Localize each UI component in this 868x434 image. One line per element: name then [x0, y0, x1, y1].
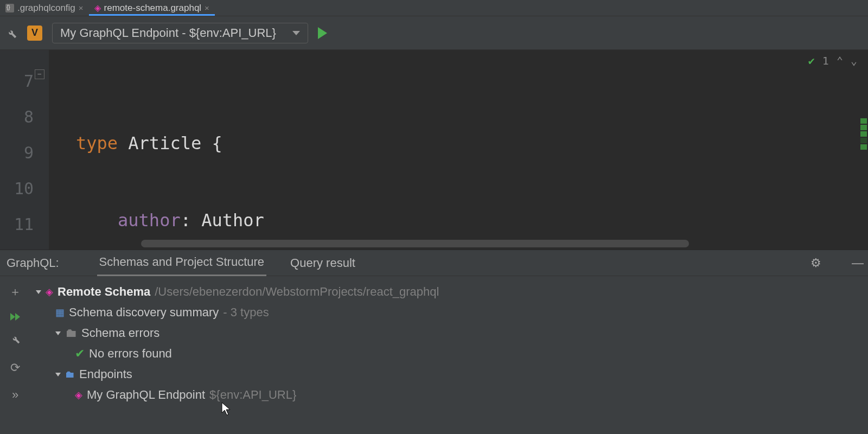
graphql-toolbar: V My GraphQL Endpoint - ${env:API_URL} [0, 16, 868, 50]
editor-tabbar: .graphqlconfig × ◈ remote-schema.graphql… [0, 0, 868, 16]
tab-graphqlconfig[interactable]: .graphqlconfig × [0, 0, 89, 16]
inspection-widget[interactable]: ✔ 1 ⌃ ⌄ [808, 54, 857, 67]
endpoint-select[interactable]: My GraphQL Endpoint - ${env:API_URL} [52, 23, 308, 43]
tree-no-errors[interactable]: ✔ No errors found [36, 343, 863, 364]
code-area[interactable]: − type Article { author: Author bio: Str… [49, 50, 868, 250]
horizontal-scrollbar[interactable] [141, 240, 689, 247]
tree-root-path: /Users/ebenezerdon/WebstormProjects/reac… [155, 285, 439, 299]
panel-title: GraphQL: [7, 256, 75, 270]
chevron-up-icon[interactable]: ⌃ [837, 54, 843, 67]
tab-query-result[interactable]: Query result [288, 251, 358, 276]
list-icon: ▦ [55, 307, 65, 318]
chevron-down-icon [292, 31, 300, 35]
graphql-icon: ◈ [46, 286, 53, 298]
graphql-icon: ◈ [75, 389, 82, 401]
tree-endpoints[interactable]: 🖿 Endpoints [36, 364, 863, 385]
more-icon[interactable]: » [12, 388, 18, 402]
type-name: Article [128, 133, 201, 154]
fold-toggle[interactable]: − [35, 69, 44, 79]
tab-label: .graphqlconfig [17, 3, 75, 14]
wrench-icon[interactable] [10, 334, 21, 348]
folder-icon: 🖿 [65, 326, 77, 340]
close-icon[interactable]: × [79, 3, 84, 12]
tree-discovery[interactable]: ▦ Schema discovery summary - 3 types [36, 302, 863, 323]
tree-root[interactable]: ◈ Remote Schema /Users/ebenezerdon/Webst… [36, 282, 863, 302]
wrench-icon[interactable] [5, 27, 17, 39]
line-number: 10 [0, 171, 34, 207]
rerun-icon[interactable] [10, 313, 20, 321]
mouse-cursor-icon [221, 402, 232, 419]
tree-label: Endpoints [79, 367, 132, 381]
endpoint-select-label: My GraphQL Endpoint - ${env:API_URL} [60, 26, 276, 40]
line-number: 7 [0, 63, 34, 99]
line-number: 9 [0, 135, 34, 171]
check-icon: ✔ [75, 347, 85, 361]
code-editor[interactable]: 7 8 9 10 11 − type Article { author: Aut… [0, 50, 868, 250]
panel-side-toolbar: ＋ ⟳ » [0, 276, 30, 434]
tree-root-label: Remote Schema [58, 285, 150, 299]
run-button[interactable] [318, 27, 327, 39]
line-number: 8 [0, 99, 34, 135]
panel-body: ＋ ⟳ » ◈ Remote Schema /Users/ebenezerdon… [0, 276, 868, 434]
tab-remote-schema[interactable]: ◈ remote-schema.graphql × [89, 0, 215, 16]
chevron-down-icon[interactable] [55, 331, 61, 335]
tree-endpoint-item[interactable]: ◈ My GraphQL Endpoint ${env:API_URL} [36, 385, 863, 405]
tree-suffix: - 3 types [223, 305, 269, 320]
tree-label: Schema discovery summary [69, 305, 219, 320]
refresh-icon[interactable]: ⟳ [10, 361, 20, 375]
schema-tree[interactable]: ◈ Remote Schema /Users/ebenezerdon/Webst… [30, 276, 868, 434]
chevron-down-icon[interactable] [55, 373, 61, 376]
field-name: author [118, 210, 181, 231]
tree-label: Schema errors [81, 326, 159, 340]
chevron-down-icon[interactable] [36, 290, 41, 294]
add-icon[interactable]: ＋ [9, 284, 21, 300]
minimize-icon[interactable]: — [847, 256, 868, 270]
folder-icon: 🖿 [65, 369, 75, 380]
check-icon: ✔ [808, 54, 815, 67]
endpoint-url: ${env:API_URL} [209, 388, 296, 402]
gear-icon[interactable]: ⚙ [806, 256, 826, 270]
line-number: 11 [0, 207, 34, 242]
inspection-count: 1 [822, 54, 829, 67]
close-icon[interactable]: × [205, 3, 209, 12]
brace: { [201, 133, 222, 154]
tab-label: remote-schema.graphql [104, 3, 202, 14]
chevron-down-icon[interactable]: ⌄ [851, 54, 857, 67]
graphql-icon: ◈ [94, 3, 101, 13]
graphql-panel: GraphQL: Schemas and Project Structure Q… [0, 250, 868, 434]
line-gutter: 7 8 9 10 11 [0, 50, 49, 250]
keyword: type [76, 133, 118, 154]
field-type: Author [201, 210, 264, 231]
endpoint-name: My GraphQL Endpoint [87, 388, 205, 402]
tree-label: No errors found [89, 347, 172, 361]
panel-tabbar: GraphQL: Schemas and Project Structure Q… [0, 250, 868, 276]
variables-button[interactable]: V [27, 25, 42, 41]
minimap[interactable] [860, 77, 867, 250]
tree-errors[interactable]: 🖿 Schema errors [36, 323, 863, 343]
config-file-icon [5, 4, 14, 12]
tab-schemas[interactable]: Schemas and Project Structure [97, 250, 266, 276]
